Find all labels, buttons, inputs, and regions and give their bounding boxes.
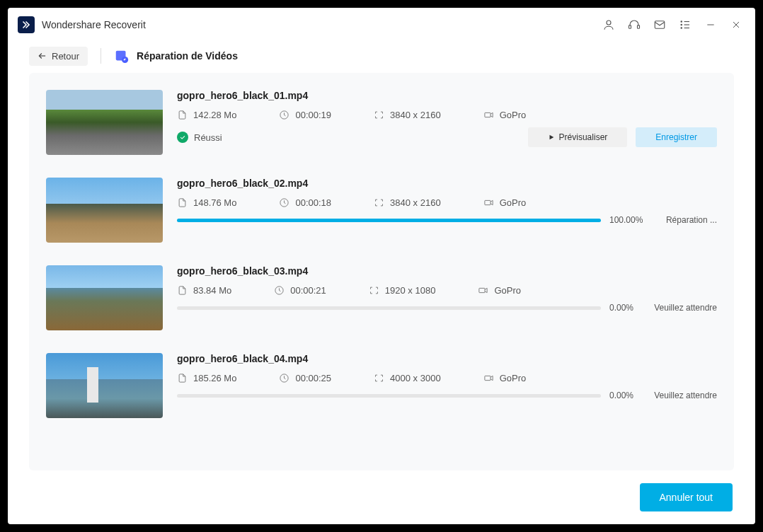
file-icon <box>177 197 188 208</box>
camera-icon <box>483 110 494 120</box>
video-row: gopro_hero6_black_01.mp4 142.28 Mo 00:00… <box>46 90 717 178</box>
status-success: Réussi <box>177 132 222 143</box>
list-icon[interactable] <box>679 18 692 31</box>
svg-point-5 <box>681 24 682 25</box>
clock-icon <box>274 285 285 296</box>
video-thumbnail[interactable] <box>46 265 163 330</box>
video-repair-icon <box>114 48 130 64</box>
back-button-label: Retour <box>52 51 79 62</box>
progress-row: 0.00% Veuillez attendre <box>177 303 717 313</box>
dimensions-icon <box>374 197 384 208</box>
app-window: Wondershare Recoverit <box>8 8 755 524</box>
meta-duration: 00:00:18 <box>279 197 331 208</box>
video-filename: gopro_hero6_black_01.mp4 <box>177 90 717 101</box>
progress-status-label: Veuillez attendre <box>653 391 717 400</box>
video-row: gopro_hero6_black_03.mp4 83.84 Mo 00:00:… <box>46 265 717 353</box>
svg-rect-20 <box>479 288 485 292</box>
svg-point-6 <box>681 28 682 29</box>
section-title: Réparation de Vidéos <box>114 48 238 64</box>
meta-size: 185.26 Mo <box>177 373 236 383</box>
titlebar-left: Wondershare Recoverit <box>18 16 146 33</box>
separator <box>101 48 101 64</box>
progress-percent: 100.00% <box>609 215 645 225</box>
dimensions-icon <box>374 373 384 383</box>
video-thumbnail[interactable] <box>46 353 163 418</box>
progress-bar <box>177 219 601 222</box>
meta-duration: 00:00:21 <box>274 285 326 296</box>
meta-resolution: 1920 x 1080 <box>369 285 436 296</box>
meta-device: GoPro <box>478 285 521 296</box>
check-circle-icon <box>177 132 188 143</box>
meta-size: 142.28 Mo <box>177 110 236 120</box>
status-label: Réussi <box>194 132 222 143</box>
meta-size: 148.76 Mo <box>177 197 236 208</box>
video-meta: 148.76 Mo 00:00:18 3840 x 2160 GoPro <box>177 197 717 208</box>
progress-percent: 0.00% <box>609 391 645 400</box>
clock-icon <box>279 110 289 120</box>
video-thumbnail[interactable] <box>46 178 163 243</box>
video-info: gopro_hero6_black_03.mp4 83.84 Mo 00:00:… <box>177 265 717 330</box>
user-icon[interactable] <box>602 18 615 31</box>
app-title: Wondershare Recoverit <box>42 19 146 30</box>
meta-size: 83.84 Mo <box>177 285 231 296</box>
back-button[interactable]: Retour <box>29 47 88 66</box>
svg-point-0 <box>607 21 611 25</box>
app-logo-icon <box>18 16 35 33</box>
section-title-label: Réparation de Vidéos <box>137 50 238 62</box>
svg-rect-18 <box>485 200 490 204</box>
cancel-all-button[interactable]: Annuler tout <box>640 483 733 511</box>
progress-row: 0.00% Veuillez attendre <box>177 391 717 400</box>
camera-icon <box>483 197 494 208</box>
video-meta: 185.26 Mo 00:00:25 4000 x 3000 GoPro <box>177 373 717 383</box>
play-icon <box>548 134 555 141</box>
titlebar: Wondershare Recoverit <box>8 8 755 39</box>
video-filename: gopro_hero6_black_02.mp4 <box>177 178 717 189</box>
minimize-icon[interactable] <box>704 18 717 31</box>
meta-duration: 00:00:19 <box>279 110 331 120</box>
save-button[interactable]: Enregistrer <box>636 127 717 147</box>
clock-icon <box>279 197 289 208</box>
progress-status-label: Réparation ... <box>653 215 717 225</box>
progress-percent: 0.00% <box>609 303 645 313</box>
svg-rect-3 <box>655 21 665 29</box>
progress-fill <box>177 219 601 222</box>
meta-resolution: 3840 x 2160 <box>374 197 441 208</box>
video-info: gopro_hero6_black_04.mp4 185.26 Mo 00:00… <box>177 353 717 418</box>
progress-row: 100.00% Réparation ... <box>177 215 717 225</box>
video-list: gopro_hero6_black_01.mp4 142.28 Mo 00:00… <box>29 73 734 470</box>
meta-duration: 00:00:25 <box>279 373 331 383</box>
file-icon <box>177 110 188 120</box>
dimensions-icon <box>374 110 384 120</box>
dimensions-icon <box>369 285 379 296</box>
progress-bar <box>177 394 601 398</box>
camera-icon <box>483 373 494 383</box>
preview-button[interactable]: Prévisualiser <box>528 127 628 147</box>
mail-icon[interactable] <box>653 18 666 31</box>
video-row: gopro_hero6_black_02.mp4 148.76 Mo 00:00… <box>46 178 717 265</box>
meta-device: GoPro <box>483 373 527 383</box>
meta-resolution: 3840 x 2160 <box>374 110 441 120</box>
meta-resolution: 4000 x 3000 <box>374 373 441 383</box>
meta-device: GoPro <box>483 197 527 208</box>
close-icon[interactable] <box>730 18 742 31</box>
support-headset-icon[interactable] <box>628 18 641 31</box>
video-filename: gopro_hero6_black_03.mp4 <box>177 265 717 277</box>
svg-rect-22 <box>485 376 490 380</box>
titlebar-right <box>602 18 742 31</box>
meta-device: GoPro <box>483 110 527 120</box>
file-icon <box>177 285 188 296</box>
action-buttons: Prévisualiser Enregistrer <box>528 127 717 147</box>
camera-icon <box>478 285 488 296</box>
video-row: gopro_hero6_black_04.mp4 185.26 Mo 00:00… <box>46 353 717 441</box>
video-filename: gopro_hero6_black_04.mp4 <box>177 353 717 364</box>
progress-status-label: Veuillez attendre <box>653 303 717 313</box>
video-info: gopro_hero6_black_01.mp4 142.28 Mo 00:00… <box>177 90 717 155</box>
file-icon <box>177 373 188 383</box>
video-info: gopro_hero6_black_02.mp4 148.76 Mo 00:00… <box>177 178 717 243</box>
clock-icon <box>279 373 289 383</box>
video-meta: 142.28 Mo 00:00:19 3840 x 2160 GoPro <box>177 110 717 120</box>
video-thumbnail[interactable] <box>46 90 163 155</box>
status-row: Réussi Prévisualiser Enregistrer <box>177 127 717 147</box>
footer: Annuler tout <box>8 470 755 524</box>
toolbar: Retour Réparation de Vidéos <box>8 39 755 73</box>
